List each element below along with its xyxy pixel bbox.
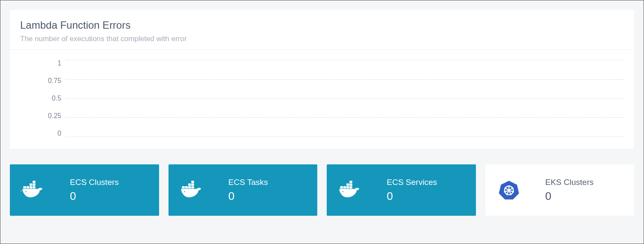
svg-rect-20 — [349, 184, 352, 186]
y-tick: 1 — [57, 60, 61, 67]
stat-text: EKS Clusters 0 — [545, 178, 594, 203]
y-tick: 0.75 — [48, 77, 61, 84]
docker-icon — [338, 178, 363, 202]
stat-card-ecs-tasks[interactable]: ECS Tasks 0 — [169, 164, 318, 216]
y-tick: 0.5 — [52, 95, 61, 102]
chart-subtitle: The number of executions that completed … — [20, 35, 624, 43]
svg-rect-8 — [185, 186, 187, 188]
stat-card-eks-clusters[interactable]: EKS Clusters 0 — [485, 164, 635, 216]
stat-text: ECS Tasks 0 — [229, 178, 268, 203]
svg-rect-13 — [191, 181, 194, 183]
svg-rect-0 — [27, 186, 29, 188]
stat-value: 0 — [545, 190, 594, 203]
svg-point-33 — [508, 189, 510, 191]
stat-value: 0 — [387, 190, 437, 203]
y-tick: 0.25 — [48, 113, 61, 119]
y-tick: 0 — [57, 130, 61, 137]
kubernetes-icon — [497, 178, 521, 202]
stat-card-ecs-services[interactable]: ECS Services 0 — [327, 164, 476, 216]
stat-label: ECS Tasks — [229, 178, 268, 187]
gridline — [66, 137, 624, 137]
svg-rect-22 — [340, 186, 343, 188]
svg-rect-17 — [346, 186, 349, 188]
svg-rect-9 — [188, 186, 190, 188]
chart-area: 1 0.75 0.5 0.25 0 — [20, 60, 624, 137]
svg-point-7 — [26, 191, 27, 192]
chart-header: Lambda Function Errors The number of exe… — [10, 10, 634, 50]
svg-rect-6 — [23, 186, 26, 188]
svg-rect-19 — [346, 184, 349, 186]
svg-rect-4 — [33, 184, 35, 186]
stat-value: 0 — [70, 190, 119, 203]
gridline — [66, 117, 624, 118]
chart-y-axis: 1 0.75 0.5 0.25 0 — [20, 60, 66, 137]
stat-text: ECS Services 0 — [387, 178, 437, 203]
svg-rect-14 — [182, 186, 184, 188]
svg-rect-16 — [343, 186, 346, 188]
svg-rect-18 — [349, 186, 352, 188]
chart-title: Lambda Function Errors — [20, 19, 624, 31]
docker-icon — [180, 178, 205, 202]
lambda-errors-chart-card: Lambda Function Errors The number of exe… — [10, 10, 634, 149]
stat-label: ECS Clusters — [70, 178, 119, 187]
gridline — [66, 60, 624, 60]
svg-rect-12 — [191, 184, 194, 186]
svg-rect-5 — [33, 181, 35, 183]
chart-body: 1 0.75 0.5 0.25 0 — [10, 50, 634, 149]
svg-point-23 — [343, 191, 343, 192]
stat-label: ECS Services — [387, 178, 437, 187]
gridline — [66, 79, 624, 80]
stat-value: 0 — [229, 190, 268, 203]
svg-rect-11 — [188, 184, 190, 186]
chart-grid — [66, 60, 624, 137]
svg-rect-10 — [191, 186, 194, 188]
svg-rect-3 — [30, 184, 32, 186]
docker-icon — [21, 178, 46, 202]
stat-label: EKS Clusters — [545, 178, 594, 187]
stats-row: ECS Clusters 0 ECS Tasks 0 — [10, 164, 634, 216]
svg-rect-2 — [33, 186, 35, 188]
svg-rect-1 — [30, 186, 32, 188]
gridline — [66, 98, 624, 99]
svg-rect-21 — [349, 181, 352, 183]
stat-card-ecs-clusters[interactable]: ECS Clusters 0 — [10, 164, 159, 216]
stat-text: ECS Clusters 0 — [70, 178, 119, 203]
svg-point-15 — [184, 191, 185, 192]
